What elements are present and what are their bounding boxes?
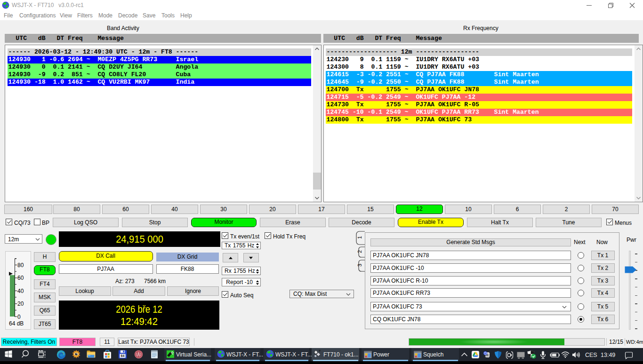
svg-text:2: 2 (357, 250, 362, 253)
svg-text:3: 3 (357, 264, 362, 267)
svg-text:64: 64 (121, 354, 125, 357)
svg-text:1: 1 (357, 236, 362, 239)
